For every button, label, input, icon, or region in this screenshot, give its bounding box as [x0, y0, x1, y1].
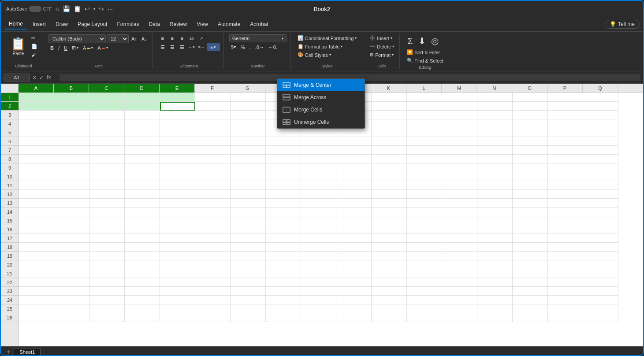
grid-cell[interactable] [477, 102, 513, 111]
grid-cell[interactable] [336, 287, 372, 296]
sum-button[interactable]: Σ [405, 35, 415, 48]
grid-cell[interactable] [266, 304, 301, 313]
grid-cell[interactable] [89, 172, 125, 181]
grid-cell[interactable] [54, 199, 89, 208]
grid-cell[interactable] [195, 225, 231, 234]
grid-cell[interactable] [266, 137, 301, 146]
grid-cell[interactable] [548, 243, 583, 252]
grid-cell[interactable] [407, 199, 442, 208]
row-header-19[interactable]: 19 [1, 252, 19, 260]
merge-cells-item[interactable]: Merge Cells [277, 104, 365, 116]
grid-cell[interactable] [54, 269, 89, 278]
grid-cell[interactable] [195, 296, 231, 304]
grid-cell[interactable] [583, 181, 618, 190]
grid-cell[interactable] [19, 208, 54, 216]
grid-cell[interactable] [442, 137, 477, 146]
grid-cell[interactable] [442, 199, 477, 208]
grid-cell[interactable] [583, 260, 618, 269]
grid-cell[interactable] [301, 137, 336, 146]
grid-cell[interactable] [336, 269, 372, 278]
grid-cell[interactable] [372, 163, 407, 172]
grid-cell[interactable] [125, 208, 160, 216]
grid-cell[interactable] [89, 190, 125, 199]
menu-automate[interactable]: Automate [213, 19, 245, 29]
row-header-23[interactable]: 23 [1, 287, 19, 296]
grid-cell[interactable] [477, 163, 513, 172]
grid-cell[interactable] [89, 102, 125, 111]
sheet-tab-sheet1[interactable]: Sheet1 [14, 348, 41, 356]
grid-cell[interactable] [407, 190, 442, 199]
row-header-6[interactable]: 6 [1, 137, 19, 146]
grid-cell[interactable] [513, 155, 548, 163]
grid-cell[interactable] [372, 93, 407, 102]
grid-cell[interactable] [160, 260, 195, 269]
grid-cell[interactable] [301, 260, 336, 269]
grid-cell[interactable] [231, 252, 266, 260]
grid-cell[interactable] [195, 243, 231, 252]
grid-cell[interactable] [407, 260, 442, 269]
grid-cell[interactable] [548, 216, 583, 225]
grid-cell[interactable] [19, 128, 54, 137]
grid-cell[interactable] [54, 225, 89, 234]
grid-cell[interactable] [19, 102, 54, 111]
grid-cell[interactable] [583, 137, 618, 146]
menu-review[interactable]: Review [165, 19, 191, 29]
align-right-button[interactable]: ☰ [178, 43, 186, 51]
col-header-d[interactable]: D [124, 84, 160, 93]
grid-cell[interactable] [336, 128, 372, 137]
sort-filter-button[interactable]: 🔽 Sort & Filter [405, 48, 442, 56]
grid-cell[interactable] [125, 243, 160, 252]
grid-cell[interactable] [125, 296, 160, 304]
grid-cell[interactable] [160, 111, 195, 119]
col-header-n[interactable]: N [477, 84, 512, 93]
grid-cell[interactable] [336, 199, 372, 208]
grid-cell[interactable] [266, 190, 301, 199]
grid-cell[interactable] [160, 93, 195, 102]
grid-cell[interactable] [54, 216, 89, 225]
grid-cell[interactable] [125, 119, 160, 128]
merge-center-item[interactable]: Merge & Center [277, 79, 365, 91]
grid-cell[interactable] [54, 137, 89, 146]
grid-cell[interactable] [125, 234, 160, 243]
grid-cell[interactable] [231, 296, 266, 304]
grid-cell[interactable] [548, 199, 583, 208]
delete-button[interactable]: ➖ Delete ▾ [368, 43, 396, 50]
menu-insert[interactable]: Insert [28, 19, 50, 29]
grid-cell[interactable] [125, 287, 160, 296]
col-header-g[interactable]: G [230, 84, 265, 93]
row-header-26[interactable]: 26 [1, 313, 19, 322]
row-header-10[interactable]: 10 [1, 172, 19, 181]
grid-cell[interactable] [513, 181, 548, 190]
grid-cell[interactable] [231, 287, 266, 296]
grid-cell[interactable] [336, 243, 372, 252]
grid-cell[interactable] [54, 278, 89, 287]
grid-cell[interactable] [548, 296, 583, 304]
grid-cell[interactable] [160, 102, 195, 111]
grid-cell[interactable] [160, 137, 195, 146]
grid-cell[interactable] [583, 225, 618, 234]
grid-cell[interactable] [372, 155, 407, 163]
grid-cell[interactable] [160, 216, 195, 225]
grid-cell[interactable] [231, 313, 266, 322]
grid-cell[interactable] [372, 137, 407, 146]
grid-cell[interactable] [442, 146, 477, 155]
row-header-15[interactable]: 15 [1, 216, 19, 225]
grid-cell[interactable] [19, 313, 54, 322]
grid-cell[interactable] [442, 269, 477, 278]
row-header-3[interactable]: 3 [1, 111, 19, 119]
grid-cell[interactable] [54, 260, 89, 269]
grid-cell[interactable] [54, 146, 89, 155]
grid-cell[interactable] [513, 296, 548, 304]
add-sheet-button[interactable]: + [4, 348, 12, 356]
percent-button[interactable]: % [239, 44, 247, 51]
grid-cell[interactable] [513, 146, 548, 155]
grid-cell[interactable] [336, 260, 372, 269]
grid-cell[interactable] [372, 225, 407, 234]
row-header-20[interactable]: 20 [1, 260, 19, 269]
grid-cell[interactable] [336, 234, 372, 243]
grid-cell[interactable] [19, 269, 54, 278]
col-header-q[interactable]: Q [583, 84, 618, 93]
grid-cell[interactable] [301, 172, 336, 181]
grid-cell[interactable] [89, 252, 125, 260]
tell-me-box[interactable]: 💡 Tell me [605, 20, 640, 29]
